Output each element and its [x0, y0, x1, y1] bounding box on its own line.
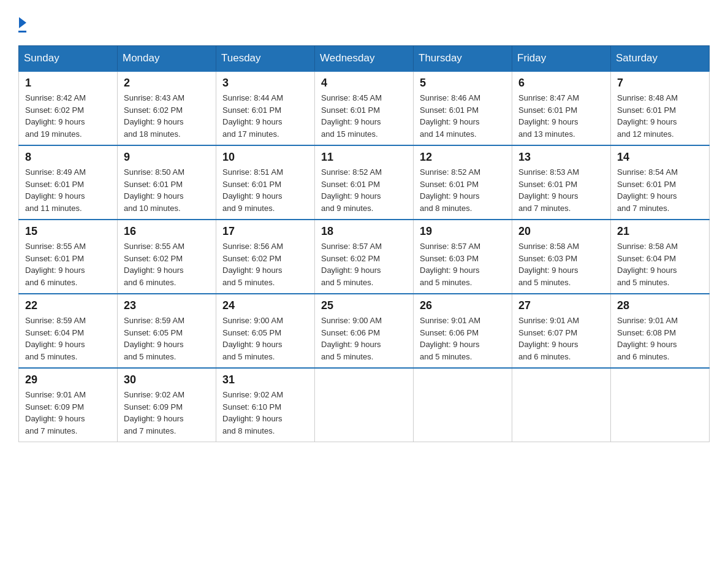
calendar-cell: 31 Sunrise: 9:02 AM Sunset: 6:10 PM Dayl…: [216, 368, 315, 442]
day-number: 24: [222, 299, 308, 312]
calendar-cell: [611, 368, 710, 442]
day-info: Sunrise: 8:45 AM Sunset: 6:01 PM Dayligh…: [321, 92, 407, 140]
day-info: Sunrise: 8:47 AM Sunset: 6:01 PM Dayligh…: [518, 92, 604, 140]
calendar-cell: 11 Sunrise: 8:52 AM Sunset: 6:01 PM Dayl…: [315, 145, 414, 220]
day-info: Sunrise: 8:59 AM Sunset: 6:05 PM Dayligh…: [124, 315, 210, 362]
day-number: 26: [420, 299, 506, 312]
calendar-cell: 25 Sunrise: 9:00 AM Sunset: 6:06 PM Dayl…: [315, 294, 414, 368]
week-row: 15 Sunrise: 8:55 AM Sunset: 6:01 PM Dayl…: [19, 220, 710, 294]
calendar-cell: 20 Sunrise: 8:58 AM Sunset: 6:03 PM Dayl…: [512, 220, 611, 294]
day-info: Sunrise: 9:00 AM Sunset: 6:05 PM Dayligh…: [222, 315, 308, 362]
calendar-cell: 27 Sunrise: 9:01 AM Sunset: 6:07 PM Dayl…: [512, 294, 611, 368]
calendar-cell: 8 Sunrise: 8:49 AM Sunset: 6:01 PM Dayli…: [19, 145, 118, 220]
day-number: 11: [321, 151, 407, 164]
day-number: 4: [321, 77, 407, 90]
day-of-week-header: Thursday: [414, 46, 512, 72]
day-of-week-header: Sunday: [19, 46, 118, 72]
calendar-cell: 10 Sunrise: 8:51 AM Sunset: 6:01 PM Dayl…: [216, 145, 315, 220]
day-info: Sunrise: 8:46 AM Sunset: 6:01 PM Dayligh…: [420, 92, 506, 140]
day-number: 28: [617, 299, 703, 312]
day-info: Sunrise: 8:59 AM Sunset: 6:04 PM Dayligh…: [25, 315, 111, 362]
day-number: 27: [518, 299, 604, 312]
day-number: 7: [617, 77, 703, 90]
calendar-cell: [315, 368, 414, 442]
day-of-week-header: Friday: [512, 46, 611, 72]
calendar-cell: 3 Sunrise: 8:44 AM Sunset: 6:01 PM Dayli…: [216, 71, 315, 145]
calendar-cell: 14 Sunrise: 8:54 AM Sunset: 6:01 PM Dayl…: [611, 145, 710, 220]
day-info: Sunrise: 9:01 AM Sunset: 6:08 PM Dayligh…: [617, 315, 703, 362]
calendar-table: SundayMondayTuesdayWednesdayThursdayFrid…: [18, 45, 710, 442]
week-row: 29 Sunrise: 9:01 AM Sunset: 6:09 PM Dayl…: [19, 368, 710, 442]
day-number: 31: [222, 373, 308, 386]
day-info: Sunrise: 8:44 AM Sunset: 6:01 PM Dayligh…: [222, 92, 308, 140]
day-info: Sunrise: 9:01 AM Sunset: 6:06 PM Dayligh…: [420, 315, 506, 362]
day-number: 14: [617, 151, 703, 164]
day-info: Sunrise: 8:57 AM Sunset: 6:02 PM Dayligh…: [321, 240, 407, 288]
day-info: Sunrise: 8:53 AM Sunset: 6:01 PM Dayligh…: [518, 166, 604, 214]
day-info: Sunrise: 9:02 AM Sunset: 6:09 PM Dayligh…: [124, 389, 210, 437]
day-number: 8: [25, 151, 111, 164]
day-info: Sunrise: 8:43 AM Sunset: 6:02 PM Dayligh…: [124, 92, 210, 140]
calendar-cell: 7 Sunrise: 8:48 AM Sunset: 6:01 PM Dayli…: [611, 71, 710, 145]
day-info: Sunrise: 8:52 AM Sunset: 6:01 PM Dayligh…: [420, 166, 506, 214]
calendar-cell: 12 Sunrise: 8:52 AM Sunset: 6:01 PM Dayl…: [414, 145, 512, 220]
day-info: Sunrise: 8:56 AM Sunset: 6:02 PM Dayligh…: [222, 240, 308, 288]
day-number: 6: [518, 77, 604, 90]
calendar-cell: 15 Sunrise: 8:55 AM Sunset: 6:01 PM Dayl…: [19, 220, 118, 294]
calendar-cell: 13 Sunrise: 8:53 AM Sunset: 6:01 PM Dayl…: [512, 145, 611, 220]
calendar-cell: 18 Sunrise: 8:57 AM Sunset: 6:02 PM Dayl…: [315, 220, 414, 294]
day-info: Sunrise: 8:49 AM Sunset: 6:01 PM Dayligh…: [25, 166, 111, 214]
day-info: Sunrise: 9:01 AM Sunset: 6:07 PM Dayligh…: [518, 315, 604, 362]
day-info: Sunrise: 8:55 AM Sunset: 6:02 PM Dayligh…: [124, 240, 210, 288]
logo-top: [18, 18, 26, 29]
calendar-cell: 30 Sunrise: 9:02 AM Sunset: 6:09 PM Dayl…: [118, 368, 216, 442]
day-info: Sunrise: 8:58 AM Sunset: 6:04 PM Dayligh…: [617, 240, 703, 288]
day-number: 29: [25, 373, 111, 386]
calendar-cell: 26 Sunrise: 9:01 AM Sunset: 6:06 PM Dayl…: [414, 294, 512, 368]
day-info: Sunrise: 8:54 AM Sunset: 6:01 PM Dayligh…: [617, 166, 703, 214]
day-number: 20: [518, 225, 604, 238]
day-of-week-header: Monday: [118, 46, 216, 72]
day-number: 19: [420, 225, 506, 238]
day-number: 12: [420, 151, 506, 164]
day-info: Sunrise: 9:02 AM Sunset: 6:10 PM Dayligh…: [222, 389, 308, 437]
day-info: Sunrise: 8:58 AM Sunset: 6:03 PM Dayligh…: [518, 240, 604, 288]
day-of-week-header: Wednesday: [315, 46, 414, 72]
day-number: 18: [321, 225, 407, 238]
calendar-cell: 1 Sunrise: 8:42 AM Sunset: 6:02 PM Dayli…: [19, 71, 118, 145]
calendar-cell: 17 Sunrise: 8:56 AM Sunset: 6:02 PM Dayl…: [216, 220, 315, 294]
day-number: 3: [222, 77, 308, 90]
calendar-cell: [512, 368, 611, 442]
calendar-cell: 16 Sunrise: 8:55 AM Sunset: 6:02 PM Dayl…: [118, 220, 216, 294]
calendar-cell: 24 Sunrise: 9:00 AM Sunset: 6:05 PM Dayl…: [216, 294, 315, 368]
day-number: 9: [124, 151, 210, 164]
calendar-cell: 28 Sunrise: 9:01 AM Sunset: 6:08 PM Dayl…: [611, 294, 710, 368]
week-row: 8 Sunrise: 8:49 AM Sunset: 6:01 PM Dayli…: [19, 145, 710, 220]
day-info: Sunrise: 8:50 AM Sunset: 6:01 PM Dayligh…: [124, 166, 210, 214]
calendar-cell: 9 Sunrise: 8:50 AM Sunset: 6:01 PM Dayli…: [118, 145, 216, 220]
day-number: 30: [124, 373, 210, 386]
day-number: 21: [617, 225, 703, 238]
day-info: Sunrise: 9:01 AM Sunset: 6:09 PM Dayligh…: [25, 389, 111, 437]
week-row: 1 Sunrise: 8:42 AM Sunset: 6:02 PM Dayli…: [19, 71, 710, 145]
calendar-cell: 6 Sunrise: 8:47 AM Sunset: 6:01 PM Dayli…: [512, 71, 611, 145]
day-info: Sunrise: 9:00 AM Sunset: 6:06 PM Dayligh…: [321, 315, 407, 362]
day-number: 10: [222, 151, 308, 164]
calendar-cell: [414, 368, 512, 442]
day-of-week-header: Tuesday: [216, 46, 315, 72]
logo: [18, 18, 26, 33]
logo-arrow-icon: [19, 17, 26, 28]
day-number: 2: [124, 77, 210, 90]
days-of-week-row: SundayMondayTuesdayWednesdayThursdayFrid…: [19, 46, 710, 72]
calendar-cell: 4 Sunrise: 8:45 AM Sunset: 6:01 PM Dayli…: [315, 71, 414, 145]
day-number: 23: [124, 299, 210, 312]
day-info: Sunrise: 8:51 AM Sunset: 6:01 PM Dayligh…: [222, 166, 308, 214]
calendar-cell: 22 Sunrise: 8:59 AM Sunset: 6:04 PM Dayl…: [19, 294, 118, 368]
day-info: Sunrise: 8:55 AM Sunset: 6:01 PM Dayligh…: [25, 240, 111, 288]
day-number: 5: [420, 77, 506, 90]
day-number: 13: [518, 151, 604, 164]
day-info: Sunrise: 8:42 AM Sunset: 6:02 PM Dayligh…: [25, 92, 111, 140]
calendar-cell: 23 Sunrise: 8:59 AM Sunset: 6:05 PM Dayl…: [118, 294, 216, 368]
day-number: 17: [222, 225, 308, 238]
calendar-cell: 29 Sunrise: 9:01 AM Sunset: 6:09 PM Dayl…: [19, 368, 118, 442]
